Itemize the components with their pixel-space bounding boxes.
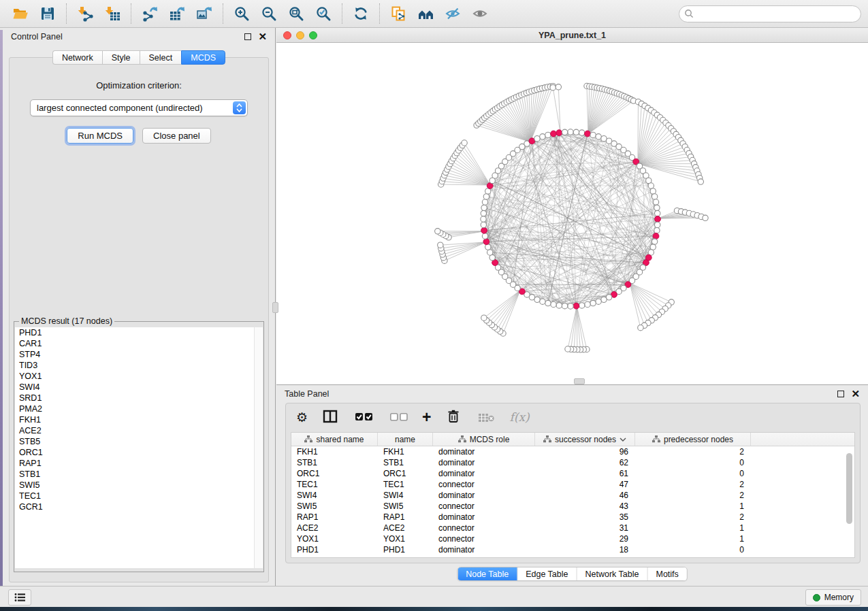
- select-all-icon: [353, 408, 373, 427]
- table-row[interactable]: FKH1FKH1dominator962: [291, 446, 854, 457]
- import-table-button[interactable]: [99, 2, 126, 25]
- mcds-list-scrollbar[interactable]: [254, 327, 263, 568]
- optimization-criterion-label: Optimization criterion:: [10, 80, 268, 90]
- column-header-MCDS-role[interactable]: MCDS role: [433, 433, 535, 446]
- table-row[interactable]: SWI4SWI4dominator462: [291, 490, 854, 501]
- plus-icon: +: [422, 410, 431, 424]
- memory-button[interactable]: Memory: [805, 589, 861, 606]
- table-settings-button[interactable]: ⚙: [296, 411, 308, 424]
- criterion-dropdown[interactable]: largest connected component (undirected): [30, 99, 248, 116]
- cell-predecessor-nodes: 1: [635, 501, 751, 511]
- deselect-all-button[interactable]: [387, 408, 408, 427]
- network-window-title: YPA_prune.txt_1: [276, 28, 868, 43]
- cell-MCDS-role: dominator: [433, 491, 535, 500]
- table-row[interactable]: ORC1ORC1dominator610: [291, 468, 854, 479]
- cell-MCDS-role: connector: [433, 480, 535, 489]
- search-box[interactable]: [679, 5, 861, 22]
- mcds-result-item[interactable]: PMA2: [15, 403, 263, 414]
- export-table-button[interactable]: [163, 2, 191, 25]
- table-scrollbar[interactable]: [846, 453, 852, 524]
- neighbors-icon: [417, 5, 434, 22]
- refresh-button[interactable]: [347, 2, 374, 25]
- export-image-button[interactable]: [191, 2, 218, 25]
- zoom-selected-button[interactable]: [310, 2, 337, 25]
- run-mcds-button[interactable]: Run MCDS: [67, 128, 133, 144]
- column-header-successor-nodes[interactable]: successor nodes: [535, 433, 635, 446]
- vertical-splitter-grip[interactable]: [272, 302, 278, 313]
- open-session-button[interactable]: [7, 2, 34, 25]
- table-row[interactable]: YOX1YOX1connector291: [291, 533, 854, 544]
- mcds-result-item[interactable]: ORC1: [15, 447, 263, 458]
- zoom-in-icon: [234, 5, 250, 22]
- mcds-result-item[interactable]: GCR1: [15, 501, 263, 512]
- mcds-result-item[interactable]: STP4: [15, 349, 263, 360]
- mcds-result-item[interactable]: SRD1: [15, 393, 263, 403]
- dropdown-stepper-icon: [233, 101, 246, 114]
- close-panel-icon[interactable]: ✕: [258, 33, 267, 40]
- mcds-result-item[interactable]: STB5: [15, 436, 263, 447]
- mcds-result-item[interactable]: STB1: [15, 469, 263, 480]
- zoom-out-button[interactable]: [255, 2, 283, 25]
- mcds-result-list[interactable]: PHD1CAR1STP4TID3YOX1SWI4SRD1PMA2FKH1ACE2…: [15, 327, 263, 568]
- mcds-result-item[interactable]: PHD1: [15, 327, 263, 338]
- tab-motifs[interactable]: Motifs: [647, 567, 686, 580]
- network-canvas[interactable]: [276, 43, 868, 384]
- table-row[interactable]: ACE2ACE2connector311: [291, 523, 854, 533]
- cell-shared-name: SWI4: [291, 491, 378, 500]
- first-neighbors-button[interactable]: [412, 2, 439, 25]
- export-image-icon: [195, 5, 213, 22]
- network-graph[interactable]: [276, 43, 868, 384]
- cell-successor-nodes: 96: [535, 447, 635, 457]
- table-row[interactable]: SWI5SWI5connector431: [291, 501, 854, 512]
- select-all-button[interactable]: [353, 408, 373, 427]
- new-network-from-selection-button[interactable]: [385, 2, 412, 25]
- tab-network-table[interactable]: Network Table: [577, 567, 648, 580]
- table-row[interactable]: RAP1RAP1dominator352: [291, 512, 854, 523]
- table-row[interactable]: PHD1PHD1dominator180: [291, 544, 854, 555]
- horizontal-splitter-grip[interactable]: [574, 378, 585, 384]
- control-panel-header: Control Panel ✕: [3, 28, 275, 46]
- add-column-button[interactable]: +: [422, 410, 431, 424]
- tab-network[interactable]: Network: [52, 50, 102, 65]
- table-row[interactable]: STB1STB1dominator620: [291, 457, 854, 468]
- delete-column-button[interactable]: [445, 408, 462, 427]
- tab-select[interactable]: Select: [140, 50, 182, 65]
- mcds-result-item[interactable]: SWI5: [15, 480, 263, 491]
- zoom-in-button[interactable]: [228, 2, 255, 25]
- save-icon: [39, 5, 56, 22]
- zoom-fit-button[interactable]: [283, 2, 310, 25]
- column-header-filler: [751, 433, 854, 446]
- mcds-result-item[interactable]: SWI4: [15, 382, 263, 393]
- cell-name: ACE2: [378, 523, 433, 533]
- mcds-result-item[interactable]: TID3: [15, 360, 263, 371]
- column-header-name[interactable]: name: [378, 433, 433, 446]
- export-network-button[interactable]: [136, 2, 163, 25]
- save-session-button[interactable]: [34, 2, 61, 25]
- mcds-result-item[interactable]: TEC1: [15, 491, 263, 501]
- search-input[interactable]: [694, 9, 856, 18]
- float-table-panel-icon[interactable]: [837, 391, 844, 397]
- column-header-shared-name[interactable]: shared name: [291, 433, 378, 446]
- show-panels-button[interactable]: [8, 589, 31, 606]
- table-row[interactable]: TEC1TEC1connector472: [291, 479, 854, 490]
- cell-name: YOX1: [378, 534, 433, 544]
- close-table-panel-icon[interactable]: ✕: [851, 391, 860, 397]
- close-panel-button[interactable]: Close panel: [142, 128, 211, 144]
- column-visibility-button[interactable]: [322, 408, 338, 427]
- tab-style[interactable]: Style: [102, 50, 140, 65]
- mcds-result-item[interactable]: ACE2: [15, 425, 263, 436]
- mcds-result-item[interactable]: YOX1: [15, 371, 263, 382]
- cell-shared-name: RAP1: [291, 512, 378, 522]
- show-all-button[interactable]: [466, 2, 494, 25]
- import-network-button[interactable]: [71, 2, 99, 25]
- hide-selected-button[interactable]: [439, 2, 466, 25]
- float-panel-icon[interactable]: [244, 33, 251, 40]
- tab-node-table[interactable]: Node Table: [457, 567, 517, 580]
- mcds-result-item[interactable]: FKH1: [15, 414, 263, 425]
- mcds-result-item[interactable]: CAR1: [15, 338, 263, 349]
- column-header-predecessor-nodes[interactable]: predecessor nodes: [635, 433, 751, 446]
- tab-edge-table[interactable]: Edge Table: [517, 567, 577, 580]
- mcds-result-item[interactable]: RAP1: [15, 458, 263, 469]
- tab-mcds[interactable]: MCDS: [181, 50, 225, 65]
- cell-MCDS-role: dominator: [433, 545, 535, 555]
